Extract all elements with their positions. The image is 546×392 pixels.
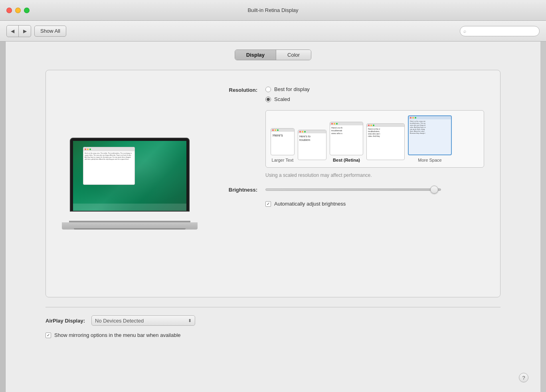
brightness-row: Brightness: [214, 186, 484, 193]
scale-thumb-5: Here's to the crazy onetroubleshoters. T… [408, 115, 452, 155]
performance-note: Using a scaled resolution may affect per… [265, 172, 484, 178]
search-icon: ⌕ [463, 28, 466, 34]
brightness-thumb[interactable] [430, 186, 438, 194]
tab-color[interactable]: Color [276, 50, 311, 60]
macbook-area: Here's to the crazy ones. The misfits. T… [62, 82, 198, 285]
scale-dot-y-2 [302, 131, 303, 133]
scale-body-3: Here's to thtroublemakones who s [330, 125, 363, 136]
macbook-illustration: Here's to the crazy ones. The misfits. T… [62, 138, 198, 230]
titlebar: Built-in Retina Display [0, 0, 546, 21]
auto-brightness-label: Automatically adjust brightness [274, 201, 346, 207]
mirroring-label: Show mirroring options in the menu bar w… [54, 332, 181, 338]
resolution-scaled-option[interactable]: Scaled [265, 96, 310, 102]
radio-scaled[interactable] [265, 97, 271, 102]
brightness-label: Brightness: [214, 186, 257, 193]
scale-body-1: Here's [271, 132, 294, 140]
traffic-lights [6, 8, 30, 13]
scale-body-5: Here's to the crazy onetroubleshoters. T… [409, 119, 451, 135]
screen-dot-yellow [87, 148, 89, 150]
scale-thumb-bar-3 [330, 122, 363, 125]
macbook-feet [74, 228, 186, 230]
search-box: ⌕ [460, 26, 540, 36]
main-content: Display Color [6, 42, 540, 392]
airplay-dropdown[interactable]: No Devices Detected ⬍ [91, 315, 195, 326]
scale-label-1: Larger Text [272, 158, 294, 162]
scale-body-2: Here's totroublem [298, 133, 326, 143]
resolution-best-option[interactable]: Best for display [265, 86, 310, 92]
screen-dock [73, 204, 186, 211]
scale-body-4: Here's to the crtroubleshoters.ones who … [367, 127, 404, 139]
scale-option-best-retina[interactable]: Here's to thtroublemakones who s Best (R… [330, 122, 363, 162]
screen-inner: Here's to the crazy ones. The misfits. T… [73, 141, 186, 211]
scale-option-4[interactable]: Here's to the crtroubleshoters.ones who … [366, 123, 405, 162]
auto-brightness-checkbox[interactable]: ✓ [265, 201, 271, 207]
back-button[interactable]: ◀ [7, 26, 19, 37]
screen-dot-red [85, 148, 86, 150]
scale-dot-g-3 [336, 123, 338, 125]
scale-dot-g-2 [304, 131, 306, 133]
help-button[interactable]: ? [519, 373, 528, 382]
radio-best[interactable] [265, 87, 271, 92]
show-all-button[interactable]: Show All [34, 26, 66, 37]
screen-outer: Here's to the crazy ones. The misfits. T… [70, 138, 190, 212]
scale-dot-g-1 [277, 129, 279, 131]
scale-thumb-bar-4 [367, 124, 404, 127]
window-title: Built-in Retina Display [247, 7, 298, 13]
bottom-area: AirPlay Display: No Devices Detected ⬍ ✓… [46, 297, 500, 346]
dropdown-arrow-icon: ⬍ [188, 318, 192, 323]
scale-thumb-bar-2 [298, 130, 326, 133]
brightness-slider[interactable] [265, 188, 441, 191]
tab-display[interactable]: Display [235, 50, 276, 60]
scale-dot-r-1 [272, 129, 274, 131]
tab-group: Display Color [235, 49, 311, 60]
scale-dot-r-5 [410, 117, 411, 119]
scale-option-2[interactable]: Here's totroublem [298, 130, 326, 162]
scale-label-5: More Space [418, 158, 441, 162]
airplay-label: AirPlay Display: [46, 318, 85, 324]
scale-thumb-bar-1 [271, 129, 294, 132]
scale-dot-g-4 [373, 125, 374, 126]
mirroring-checkbox[interactable]: ✓ [46, 333, 51, 338]
maximize-button[interactable] [24, 8, 30, 13]
resolution-best-label: Best for display [274, 86, 310, 92]
screen-window: Here's to the crazy ones. The misfits. T… [83, 147, 135, 185]
nav-buttons: ◀ ▶ [6, 25, 31, 37]
scale-dot-g-5 [415, 117, 416, 119]
scale-dot-y-4 [370, 125, 372, 126]
scale-thumb-1: Here's [271, 128, 295, 155]
scale-thumb-bar-5 [409, 116, 451, 119]
toolbar: ◀ ▶ Show All ⌕ [0, 21, 546, 42]
scale-option-larger-text[interactable]: Here's Larger Text [271, 128, 295, 162]
scale-dot-y-5 [412, 117, 414, 119]
resolution-scaled-label: Scaled [274, 96, 290, 102]
scaled-options-grid: Here's Larger Text Here's totroublem [265, 110, 484, 168]
resolution-radio-group: Best for display Scaled [265, 86, 310, 102]
scale-thumb-2: Here's totroublem [298, 130, 326, 160]
forward-button[interactable]: ▶ [19, 26, 31, 37]
scale-dot-r-2 [299, 131, 301, 133]
search-input[interactable] [468, 28, 536, 34]
settings-area: Resolution: Best for display Scaled [214, 82, 484, 285]
settings-panel: Here's to the crazy ones. The misfits. T… [46, 70, 500, 297]
mirroring-row[interactable]: ✓ Show mirroring options in the menu bar… [46, 332, 500, 338]
scale-thumb-4: Here's to the crtroubleshoters.ones who … [366, 123, 405, 160]
auto-brightness-row[interactable]: ✓ Automatically adjust brightness [265, 201, 484, 207]
scale-dot-y-1 [275, 129, 276, 131]
screen-content: Here's to the crazy ones. The misfits. T… [73, 141, 186, 211]
scale-dot-y-3 [334, 123, 335, 125]
resolution-row: Resolution: Best for display Scaled [214, 86, 484, 102]
airplay-row: AirPlay Display: No Devices Detected ⬍ [46, 315, 500, 326]
scale-option-more-space[interactable]: Here's to the crazy onetroubleshoters. T… [408, 115, 452, 162]
scale-dot-r-4 [368, 125, 370, 126]
close-button[interactable] [6, 8, 12, 13]
scale-dot-r-3 [331, 123, 333, 125]
scale-thumb-3: Here's to thtroublemakones who s [330, 122, 363, 155]
sidebar-strip [0, 42, 6, 392]
screen-window-content: Here's to the crazy ones. The misfits. T… [83, 151, 135, 162]
screen-dot-green [89, 148, 91, 150]
airplay-dropdown-value: No Devices Detected [95, 318, 144, 324]
scale-label-3: Best (Retina) [333, 158, 360, 162]
resolution-label: Resolution: [214, 86, 257, 93]
minimize-button[interactable] [15, 8, 21, 13]
divider [46, 307, 500, 307]
